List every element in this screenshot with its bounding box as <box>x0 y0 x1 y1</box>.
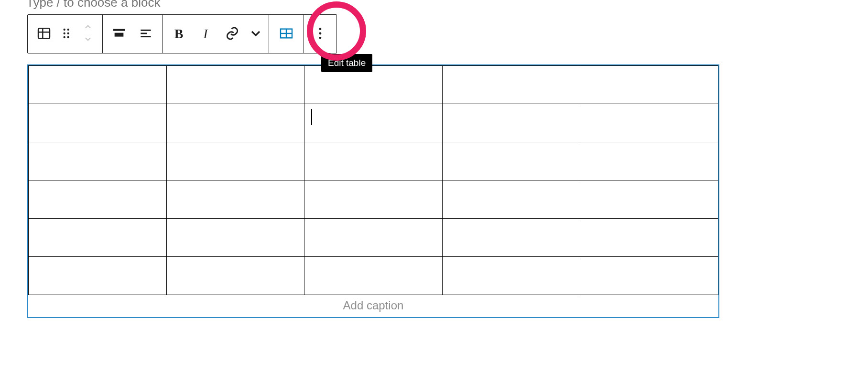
svg-point-8 <box>67 36 69 38</box>
options-button[interactable] <box>307 21 334 47</box>
table-cell[interactable] <box>29 104 167 142</box>
link-button[interactable] <box>219 21 246 47</box>
table-cell[interactable] <box>29 180 167 219</box>
table-cell[interactable] <box>580 104 718 142</box>
table-cell[interactable] <box>442 142 580 180</box>
table-cell[interactable] <box>442 180 580 219</box>
table-cell[interactable] <box>166 66 304 104</box>
table-row <box>29 180 718 219</box>
table-cell[interactable] <box>580 257 718 295</box>
svg-point-7 <box>64 36 65 38</box>
chevron-up-icon <box>81 22 95 34</box>
table-cell[interactable] <box>166 142 304 180</box>
svg-rect-0 <box>38 28 50 38</box>
svg-point-19 <box>319 32 322 34</box>
table-cell[interactable] <box>304 104 443 142</box>
table-cell[interactable] <box>580 66 718 104</box>
table-cell[interactable] <box>580 219 718 257</box>
block-toolbar: B I <box>27 14 337 53</box>
table-cell[interactable] <box>166 104 304 142</box>
table-cell[interactable] <box>166 180 304 219</box>
chevron-down-icon <box>81 34 95 45</box>
chevron-down-icon <box>248 26 263 42</box>
table-row <box>29 219 718 257</box>
drag-icon <box>59 26 75 42</box>
table-cell[interactable] <box>166 257 304 295</box>
svg-point-4 <box>67 28 69 30</box>
svg-point-3 <box>64 28 65 30</box>
table-cell[interactable] <box>442 66 580 104</box>
table-row <box>29 66 718 104</box>
svg-point-18 <box>319 28 322 30</box>
caption-input[interactable]: Add caption <box>28 295 718 317</box>
toolbar-group-table-edit <box>269 15 304 53</box>
table-cell[interactable] <box>29 66 167 104</box>
block-insert-hint: Type / to choose a block <box>26 0 160 10</box>
svg-rect-9 <box>113 29 125 31</box>
bold-icon: B <box>174 26 184 42</box>
table-cell[interactable] <box>304 219 443 257</box>
toolbar-group-block <box>28 15 103 53</box>
table-block[interactable]: Add caption <box>27 64 719 318</box>
svg-point-6 <box>67 32 69 34</box>
svg-point-5 <box>64 32 65 34</box>
text-caret <box>311 109 312 125</box>
table-cell[interactable] <box>304 180 443 219</box>
edit-table-tooltip: Edit table <box>321 54 372 72</box>
table-cell[interactable] <box>580 180 718 219</box>
table-outline-icon <box>279 26 294 42</box>
edit-table-button[interactable] <box>272 21 301 47</box>
align-button[interactable] <box>106 21 132 47</box>
table-cell[interactable] <box>29 257 167 295</box>
move-buttons[interactable] <box>76 21 99 47</box>
data-table[interactable] <box>28 65 718 295</box>
toolbar-group-options <box>304 15 336 53</box>
italic-icon: I <box>203 26 207 42</box>
table-cell[interactable] <box>304 257 443 295</box>
table-cell[interactable] <box>580 142 718 180</box>
link-icon <box>225 26 240 42</box>
table-icon <box>36 26 52 42</box>
table-cell[interactable] <box>29 142 167 180</box>
table-cell[interactable] <box>442 219 580 257</box>
more-format-button[interactable] <box>246 21 266 47</box>
bold-button[interactable]: B <box>165 21 192 47</box>
align-text-button[interactable] <box>132 21 159 47</box>
italic-button[interactable]: I <box>192 21 219 47</box>
dots-vertical-icon <box>313 26 328 42</box>
table-cell[interactable] <box>442 104 580 142</box>
table-cell[interactable] <box>442 257 580 295</box>
table-cell[interactable] <box>304 142 443 180</box>
table-row <box>29 104 718 142</box>
table-cell[interactable] <box>29 219 167 257</box>
table-cell[interactable] <box>166 219 304 257</box>
table-row <box>29 142 718 180</box>
svg-rect-10 <box>115 32 124 36</box>
align-center-icon <box>111 26 127 42</box>
drag-handle[interactable] <box>57 21 76 47</box>
align-left-text-icon <box>138 26 153 42</box>
table-row <box>29 257 718 295</box>
table-block-button[interactable] <box>31 21 57 47</box>
toolbar-group-format: B I <box>163 15 269 53</box>
toolbar-group-align <box>103 15 163 53</box>
svg-point-20 <box>319 36 322 39</box>
